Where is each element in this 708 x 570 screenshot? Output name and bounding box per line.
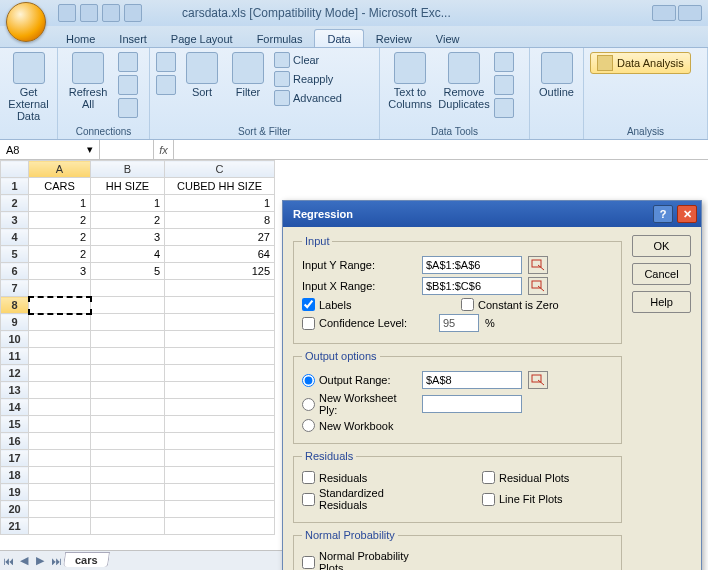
sort-asc-icon[interactable] (156, 52, 176, 72)
consolidate-icon[interactable] (494, 75, 514, 95)
sheet-nav-first-icon[interactable]: ⏮ (0, 553, 16, 569)
maximize-button[interactable] (678, 5, 702, 21)
properties-icon[interactable] (118, 75, 138, 95)
advanced-icon (274, 90, 290, 106)
cancel-button[interactable]: Cancel (632, 263, 691, 285)
output-range-field[interactable] (422, 371, 522, 389)
input-x-label: Input X Range: (302, 280, 416, 292)
name-box[interactable]: A8▾ (0, 140, 100, 159)
normal-prob-checkbox[interactable] (302, 556, 315, 569)
output-range-radio[interactable] (302, 374, 315, 387)
col-header-b[interactable]: B (91, 161, 165, 178)
clear-icon (274, 52, 290, 68)
window-title: carsdata.xls [Compatibility Mode] - Micr… (182, 6, 451, 20)
minimize-button[interactable] (652, 5, 676, 21)
clear-button[interactable]: Clear (274, 52, 342, 68)
cell-c1[interactable]: CUBED HH SIZE (165, 178, 275, 195)
text-to-columns-icon (394, 52, 426, 84)
input-x-field[interactable] (422, 277, 522, 295)
residual-plots-checkbox[interactable] (482, 471, 495, 484)
ribbon: Get External Data Refresh All Connection… (0, 48, 708, 140)
dialog-help-icon[interactable]: ? (653, 205, 673, 223)
ref-select-icon[interactable] (528, 277, 548, 295)
title-bar: carsdata.xls [Compatibility Mode] - Micr… (0, 0, 708, 26)
row-header-8[interactable]: 8 (1, 297, 29, 314)
col-header-c[interactable]: C (165, 161, 275, 178)
outline-button[interactable]: Outline (536, 52, 577, 98)
reapply-button[interactable]: Reapply (274, 71, 342, 87)
new-worksheet-radio[interactable] (302, 398, 315, 411)
tab-formulas[interactable]: Formulas (245, 30, 315, 47)
cell-a1[interactable]: CARS (29, 178, 91, 195)
remove-duplicates-button[interactable]: Remove Duplicates (440, 52, 488, 110)
input-group: Input Input Y Range: Input X Range: Labe… (293, 235, 622, 344)
data-validation-icon[interactable] (494, 52, 514, 72)
sort-button[interactable]: Sort (182, 52, 222, 98)
dialog-title: Regression (293, 208, 353, 220)
filter-button[interactable]: Filter (228, 52, 268, 98)
dialog-close-icon[interactable]: ✕ (677, 205, 697, 223)
edit-links-icon[interactable] (118, 98, 138, 118)
formula-input[interactable] (174, 140, 708, 159)
regression-dialog: Regression ? ✕ Input Input Y Range: Inpu… (282, 200, 702, 570)
row-header-4[interactable]: 4 (1, 229, 29, 246)
normal-probability-group: Normal Probability Normal Probability Pl… (293, 529, 622, 570)
residuals-checkbox[interactable] (302, 471, 315, 484)
fx-icon[interactable]: fx (154, 140, 174, 159)
row-header-6[interactable]: 6 (1, 263, 29, 280)
tab-insert[interactable]: Insert (107, 30, 159, 47)
line-fit-plots-checkbox[interactable] (482, 493, 495, 506)
qat-undo-icon[interactable] (80, 4, 98, 22)
sort-icon (186, 52, 218, 84)
row-header-2[interactable]: 2 (1, 195, 29, 212)
std-residuals-checkbox[interactable] (302, 493, 315, 506)
filter-icon (232, 52, 264, 84)
new-worksheet-field[interactable] (422, 395, 522, 413)
sort-desc-icon[interactable] (156, 75, 176, 95)
sheet-nav-last-icon[interactable]: ⏭ (48, 553, 64, 569)
output-group: Output options Output Range: New Workshe… (293, 350, 622, 444)
reapply-icon (274, 71, 290, 87)
get-external-data-button[interactable]: Get External Data (6, 52, 51, 122)
col-header-a[interactable]: A (29, 161, 91, 178)
advanced-button[interactable]: Advanced (274, 90, 342, 106)
tab-page-layout[interactable]: Page Layout (159, 30, 245, 47)
row-header-7[interactable]: 7 (1, 280, 29, 297)
qat-dropdown-icon[interactable] (124, 4, 142, 22)
cell-b1[interactable]: HH SIZE (91, 178, 165, 195)
office-button[interactable] (6, 2, 46, 42)
ok-button[interactable]: OK (632, 235, 691, 257)
tab-data[interactable]: Data (314, 29, 363, 47)
new-workbook-radio[interactable] (302, 419, 315, 432)
sheet-nav-next-icon[interactable]: ▶ (32, 553, 48, 569)
dialog-title-bar[interactable]: Regression ? ✕ (283, 201, 701, 227)
confidence-level-field[interactable] (439, 314, 479, 332)
constant-zero-checkbox[interactable] (461, 298, 474, 311)
row-header-3[interactable]: 3 (1, 212, 29, 229)
residuals-group: Residuals Residuals Residual Plots Stand… (293, 450, 622, 523)
input-y-field[interactable] (422, 256, 522, 274)
outline-icon (541, 52, 573, 84)
ref-select-icon[interactable] (528, 371, 548, 389)
cell-a8-selected[interactable] (29, 297, 91, 314)
text-to-columns-button[interactable]: Text to Columns (386, 52, 434, 110)
data-analysis-button[interactable]: Data Analysis (590, 52, 691, 74)
connections-icon[interactable] (118, 52, 138, 72)
whatif-icon[interactable] (494, 98, 514, 118)
tab-review[interactable]: Review (364, 30, 424, 47)
sheet-nav-prev-icon[interactable]: ◀ (16, 553, 32, 569)
qat-redo-icon[interactable] (102, 4, 120, 22)
refresh-all-button[interactable]: Refresh All (64, 52, 112, 110)
data-analysis-icon (597, 55, 613, 71)
remove-duplicates-icon (448, 52, 480, 84)
qat-save-icon[interactable] (58, 4, 76, 22)
sheet-tab-cars[interactable]: cars (63, 552, 110, 567)
row-header-1[interactable]: 1 (1, 178, 29, 195)
help-button[interactable]: Help (632, 291, 691, 313)
labels-checkbox[interactable] (302, 298, 315, 311)
ref-select-icon[interactable] (528, 256, 548, 274)
confidence-checkbox[interactable] (302, 317, 315, 330)
row-header-5[interactable]: 5 (1, 246, 29, 263)
tab-home[interactable]: Home (54, 30, 107, 47)
tab-view[interactable]: View (424, 30, 472, 47)
